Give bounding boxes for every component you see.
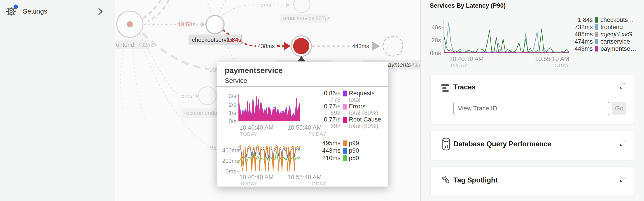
checkout-latency: 1.84s xyxy=(227,36,242,43)
arrowhead-payments-external xyxy=(372,42,380,50)
apm-service-map-page: 18.50s 438ms 443ms 5ms 5ms 939µs 968µs f… xyxy=(0,0,644,201)
edge-label-443ms: 443ms xyxy=(352,43,369,49)
tag-spotlight-title: Tag Spotlight xyxy=(454,176,498,184)
popup-pointer-arrow xyxy=(298,56,305,62)
arrowhead-checkout xyxy=(201,22,205,27)
database-icon xyxy=(441,137,452,152)
rate-chart xyxy=(238,94,300,121)
requests-swatch xyxy=(343,90,346,96)
settings-label: Settings xyxy=(23,8,47,15)
tag-spotlight-card[interactable]: Tag Spotlight xyxy=(430,167,634,196)
p90-swatch xyxy=(343,148,346,154)
paymentservice-swatch xyxy=(595,46,598,52)
rate-ytick: 2/s xyxy=(222,102,236,108)
node-paymentservice[interactable] xyxy=(293,38,309,54)
latency-chart-title: Services By Latency (P90) xyxy=(430,2,506,9)
rate-ytick: 0/s xyxy=(222,118,236,125)
p50-swatch xyxy=(343,156,346,161)
services-latency-chart xyxy=(444,21,569,53)
rp-xtick-right: 10:55:10 AM xyxy=(531,56,569,62)
trace-id-input[interactable] xyxy=(454,102,609,115)
rp-ytick: 20s xyxy=(425,37,441,44)
edge-label-438ms: 438ms xyxy=(258,43,274,49)
frontend-latency: 732ms xyxy=(138,42,155,48)
latency-xtick-right: 10:55:40 AM xyxy=(288,174,322,181)
percentile-chart xyxy=(238,144,300,172)
latency-ytick: 0ms xyxy=(222,168,236,175)
flashlight-icon xyxy=(440,174,453,188)
go-button[interactable]: Go xyxy=(612,102,626,115)
popup-subtitle: Service xyxy=(225,77,247,84)
checkoutservice-swatch xyxy=(595,17,598,22)
rate-ytick: 3/s xyxy=(222,93,236,99)
expand-icon[interactable] xyxy=(619,82,626,90)
rp-ytick: 0ms xyxy=(425,50,441,57)
email-latency: 907µs xyxy=(316,15,330,21)
rp-y-axis xyxy=(444,20,444,53)
rp-ytick: 40s xyxy=(425,24,441,31)
left-sidebar: Settings xyxy=(0,0,116,201)
database-query-performance-card[interactable]: Database Query Performance xyxy=(430,130,634,160)
right-panel: Services By Latency (P90) 40s 20s 0ms 10… xyxy=(420,0,644,201)
sidebar-item-settings[interactable]: Settings xyxy=(0,2,115,18)
cartservice-swatch xyxy=(595,39,598,44)
node-frontend-error-dot xyxy=(127,21,133,27)
popup-divider xyxy=(217,86,388,87)
edge-label-5ms-recommendation: 5ms xyxy=(181,92,192,99)
expand-icon[interactable] xyxy=(619,176,626,184)
p99-swatch xyxy=(343,140,346,146)
paymentservice-popup: paymentservice Service 3/s 2/s 1/s 0/s 1… xyxy=(217,62,388,186)
rate-legend: 0.86/sRequests 778total 0.77/sErrors 692… xyxy=(314,90,388,130)
database-query-title: Database Query Performance xyxy=(454,140,552,148)
popup-title: paymentservice xyxy=(225,66,283,75)
mysql-swatch xyxy=(595,32,598,37)
node-emailservice[interactable] xyxy=(294,0,310,13)
chevron-right-icon[interactable] xyxy=(98,8,104,16)
node-checkoutservice[interactable] xyxy=(206,16,224,34)
latency-ytick: 400ms xyxy=(222,147,236,154)
node-recommendationservice[interactable] xyxy=(198,87,216,105)
latency-ytick: 200ms xyxy=(222,158,236,164)
frontend-label: frontend xyxy=(112,41,134,48)
node-payments-external[interactable] xyxy=(383,36,403,56)
edge-label-18-50s: 18.50s xyxy=(178,21,196,28)
traces-title: Traces xyxy=(454,83,476,91)
traces-icon xyxy=(441,84,451,93)
rp-xtick-left: 10:40:10 AM xyxy=(449,56,484,62)
arrowhead-payment-red xyxy=(284,42,290,50)
frontend-swatch xyxy=(595,24,598,30)
rate-xtick-left: 10:40:40 AM xyxy=(239,124,274,131)
services-latency-legend: 1.84scheckouts… 732msfrontend 485msmysql… xyxy=(570,16,638,52)
settings-notification-dot xyxy=(14,4,18,9)
latency-xtick-left: 10:40:40 AM xyxy=(239,174,274,181)
email-label: emailservice xyxy=(283,15,314,21)
errors-swatch xyxy=(343,104,346,110)
root-cause-swatch xyxy=(343,117,346,123)
percentile-legend: 495msp99 443msp90 210msp50 xyxy=(314,140,388,162)
traces-card[interactable]: Traces Go xyxy=(430,75,634,124)
edge-label-5ms-email: 5ms xyxy=(260,2,271,8)
expand-icon[interactable] xyxy=(619,140,626,148)
arrowhead-email xyxy=(286,3,290,7)
rate-ytick: 1/s xyxy=(222,110,236,116)
